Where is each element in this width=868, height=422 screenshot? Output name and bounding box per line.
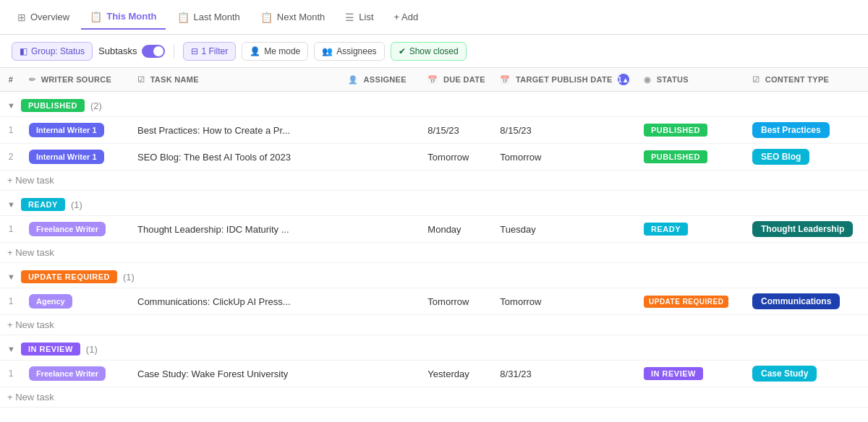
table-row[interactable]: 1 Internal Writer 1 Best Practices: How …: [0, 117, 868, 144]
due-date-cell: 8/15/23: [420, 117, 493, 144]
writer-cell: Internal Writer 1: [22, 144, 130, 171]
group-row-ready: ▼ READY (1): [0, 191, 868, 216]
list-icon: ☰: [345, 12, 354, 23]
overview-icon: ⊞: [17, 12, 26, 23]
status-badge[interactable]: READY: [644, 223, 688, 236]
writer-cell: Freelance Writer: [22, 361, 130, 387]
row-number: 1: [0, 361, 22, 387]
status-badge[interactable]: PUBLISHED: [644, 150, 707, 163]
row-number: 1: [0, 216, 22, 243]
writer-badge[interactable]: Agency: [29, 294, 72, 309]
due-date-cell: Tomorrow: [420, 288, 493, 315]
tab-last-month[interactable]: 📋 Last Month: [169, 6, 249, 29]
content-badge[interactable]: SEO Blog: [752, 149, 809, 165]
sort-badge: 1▲: [618, 74, 629, 85]
group-count-in-review: (1): [86, 344, 98, 355]
assignees-btn[interactable]: 👥 Assignees: [314, 42, 384, 61]
task-col-icon: ☑: [137, 75, 145, 84]
content-type-cell: Best Practices: [745, 117, 868, 144]
writer-badge[interactable]: Freelance Writer: [29, 366, 106, 381]
assignee-cell: [341, 361, 420, 387]
subtasks-toggle-wrap: Subtasks: [98, 45, 164, 58]
task-cell[interactable]: Case Study: Wake Forest University: [130, 361, 341, 387]
new-task-label[interactable]: + New task: [0, 315, 868, 335]
tab-list[interactable]: ☰ List: [336, 6, 382, 29]
me-mode-btn[interactable]: 👤 Me mode: [242, 42, 308, 61]
status-badge[interactable]: UPDATE REQUIRED: [644, 296, 728, 308]
content-badge[interactable]: Best Practices: [752, 122, 830, 138]
person-icon: 👤: [250, 46, 260, 56]
subtasks-toggle[interactable]: [142, 45, 165, 58]
assignee-cell: [341, 216, 420, 243]
tab-overview[interactable]: ⊞ Overview: [9, 6, 78, 29]
new-task-label[interactable]: + New task: [0, 171, 868, 191]
writer-col-icon: ✏: [29, 75, 35, 84]
content-badge[interactable]: Communications: [752, 293, 840, 309]
new-task-row-published[interactable]: + New task: [0, 171, 868, 191]
assignee-cell: [341, 144, 420, 171]
new-task-label[interactable]: + New task: [0, 387, 868, 408]
row-number: 1: [0, 288, 22, 315]
writer-badge[interactable]: Freelance Writer: [29, 222, 106, 236]
group-row-published: ▼ PUBLISHED (2): [0, 92, 868, 117]
due-date-cell: Yesterday: [420, 361, 493, 387]
writer-cell: Agency: [22, 288, 130, 315]
due-date-cell: Monday: [420, 216, 493, 243]
target-date-cell: 8/31/23: [493, 361, 637, 387]
col-due[interactable]: 📅 Due Date: [420, 68, 493, 92]
content-badge[interactable]: Case Study: [752, 366, 817, 382]
status-badge[interactable]: IN REVIEW: [644, 367, 703, 380]
target-date-cell: Tomorrow: [493, 144, 637, 171]
col-content[interactable]: ☑ Content Type: [745, 68, 868, 92]
task-cell[interactable]: Thought Leadership: IDC Maturity ...: [130, 216, 341, 243]
table-row[interactable]: 2 Internal Writer 1 SEO Blog: The Best A…: [0, 144, 868, 171]
col-status[interactable]: ◉ Status: [637, 68, 745, 92]
filter-bar: ◧ Group: Status Subtasks ⊟ 1 Filter 👤 Me…: [0, 35, 868, 68]
content-badge[interactable]: Thought Leadership: [752, 221, 853, 237]
tab-next-month[interactable]: 📋 Next Month: [252, 6, 333, 29]
group-count-ready: (1): [71, 199, 82, 210]
status-cell: PUBLISHED: [637, 117, 745, 144]
col-target[interactable]: 📅 Target Publish Date 1▲: [493, 68, 637, 92]
table-row[interactable]: 1 Freelance Writer Thought Leadership: I…: [0, 216, 868, 243]
table-row[interactable]: 1 Freelance Writer Case Study: Wake Fore…: [0, 361, 868, 387]
status-cell: IN REVIEW: [637, 361, 745, 387]
assignee-cell: [341, 117, 420, 144]
group-badge-ready: READY: [21, 198, 65, 211]
group-status-btn[interactable]: ◧ Group: Status: [12, 42, 93, 61]
table-row[interactable]: 1 Agency Communications: ClickUp AI Pres…: [0, 288, 868, 315]
check-circle-icon: ✔: [399, 46, 406, 56]
col-assignee[interactable]: 👤 Assignee: [341, 68, 420, 92]
assignee-cell: [341, 288, 420, 315]
tab-this-month[interactable]: 📋 This Month: [81, 5, 165, 30]
layers-icon: ◧: [20, 46, 27, 56]
table-header-row: # ✏ Writer Source ☑ Task Name 👤 Assignee…: [0, 68, 868, 92]
chevron-ready[interactable]: ▼: [7, 200, 15, 209]
new-task-row-update-required[interactable]: + New task: [0, 315, 868, 335]
task-cell[interactable]: Communications: ClickUp AI Press...: [130, 288, 341, 315]
group-badge-in-review: IN REVIEW: [21, 343, 80, 356]
status-badge[interactable]: PUBLISHED: [644, 124, 707, 137]
new-task-row-in-review[interactable]: + New task: [0, 387, 868, 408]
chevron-update-required[interactable]: ▼: [7, 272, 15, 281]
new-task-label[interactable]: + New task: [0, 243, 868, 263]
filter-btn[interactable]: ⊟ 1 Filter: [183, 42, 237, 61]
task-cell[interactable]: SEO Blog: The Best AI Tools of 2023: [130, 144, 341, 171]
status-cell: UPDATE REQUIRED: [637, 288, 745, 315]
chevron-in-review[interactable]: ▼: [7, 345, 15, 353]
chevron-published[interactable]: ▼: [7, 101, 15, 110]
due-date-cell: Tomorrow: [420, 144, 493, 171]
target-date-cell: 8/15/23: [493, 117, 637, 144]
tab-add[interactable]: + Add: [386, 6, 427, 28]
tabs-bar: ⊞ Overview 📋 This Month 📋 Last Month 📋 N…: [0, 0, 868, 35]
col-task[interactable]: ☑ Task Name: [130, 68, 341, 92]
content-type-cell: Communications: [745, 288, 868, 315]
show-closed-btn[interactable]: ✔ Show closed: [391, 42, 467, 61]
writer-badge[interactable]: Internal Writer 1: [29, 123, 104, 137]
col-writer[interactable]: ✏ Writer Source: [22, 68, 130, 92]
task-cell[interactable]: Best Practices: How to Create a Pr...: [130, 117, 341, 144]
status-col-icon: ◉: [644, 75, 651, 84]
writer-badge[interactable]: Internal Writer 1: [29, 150, 104, 164]
new-task-row-ready[interactable]: + New task: [0, 243, 868, 263]
content-type-cell: Case Study: [745, 361, 868, 387]
